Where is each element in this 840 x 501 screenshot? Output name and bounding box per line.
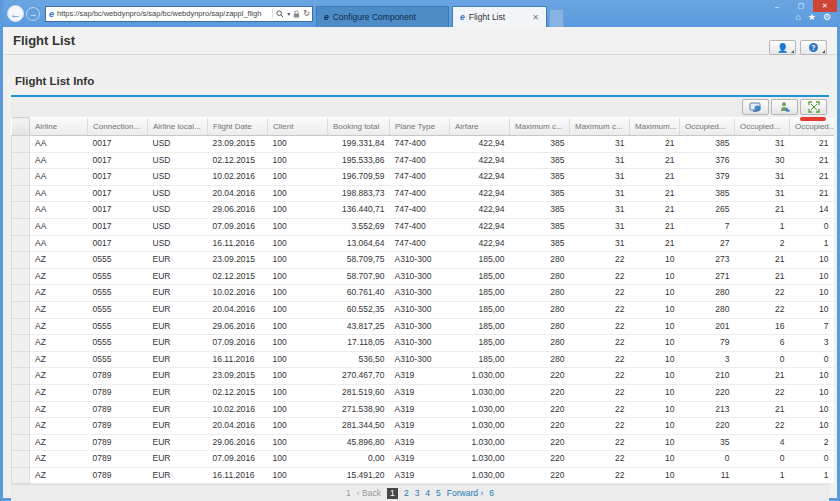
print-version-button[interactable] — [742, 99, 769, 115]
cell: 10.02.2016 — [208, 285, 268, 302]
page-link[interactable]: 2 — [404, 488, 409, 498]
row-selector[interactable] — [12, 418, 30, 435]
table-row[interactable]: AZ0789EUR23.09.2015100270.467,70A3191.03… — [12, 368, 834, 385]
table-row[interactable]: AZ0789EUR20.04.2016100281.344,50A3191.03… — [12, 418, 834, 435]
table-row[interactable]: AZ0789EUR07.09.20161000,00A3191.030,0022… — [12, 451, 834, 468]
row-selector[interactable] — [12, 285, 30, 302]
close-button[interactable]: ✕ — [813, 0, 837, 12]
table-row[interactable]: AA0017USD02.12.2015100195.533,86747-4004… — [12, 152, 834, 169]
table-row[interactable]: AZ0555EUR02.12.201510058.707,90A310-3001… — [12, 268, 834, 285]
table-row[interactable]: AA0017USD23.09.2015100199.331,84747-4004… — [12, 136, 834, 153]
table-row[interactable]: AZ0555EUR20.04.201610060.552,35A310-3001… — [12, 301, 834, 318]
personalize-button[interactable]: 👤 — [769, 40, 796, 55]
cell: 136.440,71 — [328, 202, 390, 219]
search-icon[interactable] — [276, 10, 284, 18]
column-header[interactable]: Plane Type — [390, 118, 450, 136]
tab-close-icon[interactable]: ✕ — [532, 13, 539, 22]
refresh-icon[interactable]: ↻ — [303, 9, 310, 18]
table-row[interactable]: AZ0789EUR10.02.2016100271.538,90A3191.03… — [12, 401, 834, 418]
home-icon[interactable]: ⌂ — [795, 12, 800, 22]
tab-flight-list[interactable]: e Flight List ✕ — [452, 6, 547, 27]
row-selector[interactable] — [12, 368, 30, 385]
column-header[interactable]: Occupied... — [735, 118, 790, 136]
cell: 30 — [735, 152, 790, 169]
table-row[interactable]: AZ0555EUR29.06.201610043.817,25A310-3001… — [12, 318, 834, 335]
column-header[interactable]: Maximum c... — [510, 118, 570, 136]
gear-icon[interactable]: ⚙ — [823, 12, 831, 22]
row-selector[interactable] — [12, 235, 30, 252]
table-row[interactable]: AZ0555EUR10.02.201610060.761,40A310-3001… — [12, 285, 834, 302]
cell: 10 — [630, 335, 680, 352]
table-row[interactable]: AA0017USD16.11.201610013.064,64747-40042… — [12, 235, 834, 252]
cell: 22 — [570, 285, 630, 302]
back-button[interactable]: ← — [7, 5, 24, 22]
cell: 385 — [510, 235, 570, 252]
row-selector[interactable] — [12, 434, 30, 451]
row-selector[interactable] — [12, 202, 30, 219]
cell: 23.09.2015 — [208, 368, 268, 385]
pagination-last-page[interactable]: 6 — [489, 488, 494, 498]
cell: AZ — [30, 401, 88, 418]
page-link[interactable]: 3 — [415, 488, 420, 498]
row-selector[interactable] — [12, 268, 30, 285]
table-row[interactable]: AA0017USD29.06.2016100136.440,71747-4004… — [12, 202, 834, 219]
column-header[interactable]: Airline — [30, 118, 88, 136]
row-selector[interactable] — [12, 218, 30, 235]
table-row[interactable]: AZ0555EUR23.09.201510058.709,75A310-3001… — [12, 252, 834, 269]
row-selector[interactable] — [12, 351, 30, 368]
row-selector[interactable] — [12, 318, 30, 335]
cell: A310-300 — [390, 268, 450, 285]
table-row[interactable]: AA0017USD20.04.2016100198.883,73747-4004… — [12, 185, 834, 202]
column-header[interactable]: Airfare — [450, 118, 510, 136]
cell: A310-300 — [390, 301, 450, 318]
address-bar[interactable]: e https://sap/bc/webdynpro/s/sap/bc/webd… — [45, 6, 313, 22]
column-header[interactable]: Maximum c... — [570, 118, 630, 136]
star-icon[interactable]: ★ — [808, 12, 816, 22]
row-selector[interactable] — [12, 451, 30, 468]
cell: 265 — [680, 202, 735, 219]
select-all-header[interactable] — [12, 118, 30, 136]
row-selector[interactable] — [12, 384, 30, 401]
column-header[interactable]: Maximum... — [630, 118, 680, 136]
page-current[interactable]: 1 — [387, 488, 398, 499]
settings-button[interactable] — [771, 99, 798, 115]
table-row[interactable]: AZ0789EUR02.12.2015100281.519,60A3191.03… — [12, 384, 834, 401]
maximize-button[interactable]: ▢ — [789, 0, 813, 12]
column-header[interactable]: Client — [268, 118, 328, 136]
row-selector[interactable] — [12, 401, 30, 418]
column-header[interactable]: Booking total — [328, 118, 390, 136]
table-row[interactable]: AZ0789EUR29.06.201610045.896,80A3191.030… — [12, 434, 834, 451]
row-selector[interactable] — [12, 467, 30, 484]
table-row[interactable]: AZ0555EUR16.11.2016100536,50A310-300185,… — [12, 351, 834, 368]
table-row[interactable]: AA0017USD10.02.2016100196.709,59747-4004… — [12, 169, 834, 186]
table-row[interactable]: AZ0555EUR07.09.201610017.118,05A310-3001… — [12, 335, 834, 352]
forward-button[interactable]: → — [26, 7, 40, 21]
chevron-down-icon[interactable]: ▾ — [287, 10, 290, 17]
maximize-table-button[interactable] — [800, 99, 827, 115]
row-selector[interactable] — [12, 335, 30, 352]
cell: 385 — [680, 136, 735, 153]
row-selector[interactable] — [12, 136, 30, 153]
help-button[interactable]: ? — [800, 40, 827, 55]
tab-configure-component[interactable]: e Configure Component — [316, 6, 449, 27]
page-link[interactable]: 4 — [425, 488, 430, 498]
row-selector[interactable] — [12, 252, 30, 269]
table-row[interactable]: AA0017USD07.09.20161003.552,69747-400422… — [12, 218, 834, 235]
row-selector[interactable] — [12, 301, 30, 318]
address-bar-input[interactable]: https://sap/bc/webdynpro/s/sap/bc/webdyn… — [57, 9, 272, 18]
pagination-forward[interactable]: Forward › — [447, 488, 483, 498]
minimize-button[interactable]: – — [765, 0, 789, 12]
column-header[interactable]: Connection... — [88, 118, 148, 136]
page-link[interactable]: 5 — [436, 488, 441, 498]
row-selector[interactable] — [12, 152, 30, 169]
cell: 100 — [268, 235, 328, 252]
column-header[interactable]: Airline local... — [148, 118, 208, 136]
row-selector[interactable] — [12, 169, 30, 186]
column-header[interactable]: Flight Date — [208, 118, 268, 136]
cell: 280 — [510, 335, 570, 352]
table-row[interactable]: AZ0789EUR16.11.201610015.491,20A3191.030… — [12, 467, 834, 484]
row-selector[interactable] — [12, 185, 30, 202]
pagination: 1 ‹ Back 12345 Forward › 6 — [11, 484, 829, 501]
new-tab-button[interactable] — [549, 9, 564, 27]
column-header[interactable]: Occupied... — [680, 118, 735, 136]
